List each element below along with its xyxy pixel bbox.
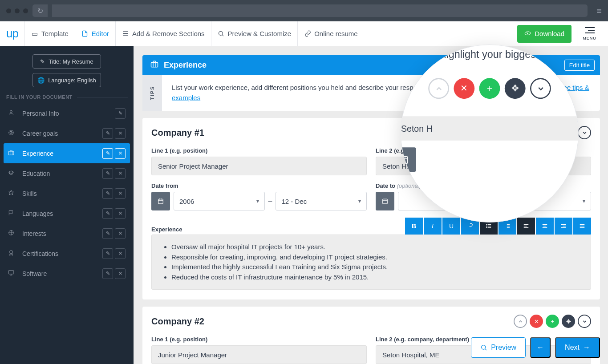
edit-icon[interactable]: ✎ — [102, 148, 113, 159]
preview-button[interactable]: Preview — [471, 337, 526, 358]
delete-icon[interactable]: ✕ — [115, 168, 126, 179]
experience-label: Experience — [151, 226, 182, 233]
calendar-to-button[interactable] — [376, 192, 394, 210]
sidebar: ✎Title: My Resume 🌐Language: English FIL… — [0, 46, 134, 364]
sidebar-item-experience[interactable]: Experience✎✕ — [4, 143, 130, 163]
move-down-button[interactable] — [530, 78, 551, 99]
target-icon — [8, 129, 16, 138]
browser-chrome: ↻ ≡ — [0, 0, 608, 21]
reload-button[interactable]: ↻ — [32, 4, 48, 17]
align-left-button[interactable] — [517, 218, 535, 235]
edit-icon[interactable]: ✎ — [102, 268, 113, 279]
svg-point-1 — [10, 110, 12, 113]
delete-icon[interactable]: ✕ — [115, 248, 126, 259]
edit-title-button[interactable]: Edit title — [564, 60, 595, 71]
nav-editor[interactable]: Editor — [75, 21, 115, 46]
sidebar-item-certifications[interactable]: Certifications✎✕ — [4, 243, 130, 263]
edit-icon[interactable]: ✎ — [102, 228, 113, 239]
sidebar-item-software[interactable]: Software✎✕ — [4, 263, 130, 283]
delete-icon[interactable]: ✕ — [115, 188, 126, 199]
back-button[interactable]: ← — [530, 337, 551, 358]
edit-icon[interactable]: ✎ — [102, 188, 113, 199]
experience-editor[interactable]: Oversaw all major hospital IT projects f… — [151, 235, 591, 290]
add-button[interactable]: ＋ — [479, 78, 500, 99]
line1-label: Line 1 (e.g. position) — [151, 336, 367, 343]
magnifier-overlay: highlight your biggest ✕ ＋ ✥ Seton H — [401, 44, 579, 222]
top-nav: up ▭Template Editor ☰Add & Remove Sectio… — [0, 21, 608, 46]
delete-button[interactable]: ✕ — [530, 315, 543, 328]
delete-button[interactable]: ✕ — [454, 78, 474, 99]
add-button[interactable]: ＋ — [546, 315, 559, 328]
delete-icon[interactable]: ✕ — [115, 148, 126, 159]
edit-icon[interactable]: ✎ — [102, 168, 113, 179]
nav-add-remove[interactable]: ☰Add & Remove Sections — [115, 21, 211, 46]
card-actions — [578, 126, 591, 139]
tips-tab: TIPS — [142, 75, 162, 111]
dot — [15, 8, 20, 13]
move-button[interactable]: ✥ — [562, 315, 575, 328]
edit-icon[interactable]: ✎ — [102, 208, 113, 219]
align-center-button[interactable] — [536, 218, 554, 235]
sidebar-item-education[interactable]: Education✎✕ — [4, 163, 130, 183]
edit-icon[interactable]: ✎ — [102, 128, 113, 139]
dot — [6, 8, 11, 13]
delete-icon[interactable]: ✕ — [115, 128, 126, 139]
next-button[interactable]: Next→ — [555, 337, 600, 358]
align-right-button[interactable] — [555, 218, 572, 235]
nav-template[interactable]: ▭Template — [24, 21, 75, 46]
svg-point-0 — [219, 32, 223, 36]
collapse-button[interactable] — [578, 126, 591, 139]
star-icon — [8, 190, 16, 198]
italic-button[interactable]: I — [424, 218, 442, 235]
move-up-button[interactable] — [428, 78, 449, 99]
svg-point-4 — [11, 132, 11, 133]
sidebar-item-languages[interactable]: Languages✎✕ — [4, 203, 130, 223]
logo[interactable]: up — [6, 27, 18, 40]
main-menu-button[interactable]: MENU — [577, 21, 602, 46]
briefcase-icon — [8, 150, 16, 158]
badge-icon — [8, 250, 16, 258]
bullet-item: Oversaw all major hospital IT projects f… — [171, 242, 582, 252]
language-button[interactable]: 🌐Language: English — [32, 73, 101, 87]
bullet-item: Reduced the costs of IT infrastructure m… — [171, 272, 582, 283]
dot — [23, 8, 28, 13]
bold-button[interactable]: B — [405, 218, 423, 235]
sidebar-item-personal-info[interactable]: Personal Info✎ — [4, 103, 130, 123]
delete-icon[interactable]: ✕ — [115, 208, 126, 219]
underline-button[interactable]: U — [442, 218, 460, 235]
edit-icon[interactable]: ✎ — [115, 108, 126, 119]
monitor-icon — [8, 270, 16, 278]
url-bar[interactable] — [52, 4, 588, 17]
edit-icon[interactable]: ✎ — [102, 248, 113, 259]
sidebar-item-skills[interactable]: Skills✎✕ — [4, 183, 130, 203]
svg-rect-5 — [8, 151, 14, 155]
sidebar-item-career-goals[interactable]: Career goals✎✕ — [4, 123, 130, 143]
preview-icon — [218, 30, 225, 37]
delete-icon[interactable]: ✕ — [115, 268, 126, 279]
pencil-icon: ✎ — [40, 58, 45, 65]
sidebar-item-label: Interests — [22, 230, 96, 237]
nav-preview[interactable]: Preview & Customize — [211, 21, 298, 46]
move-up-button[interactable] — [514, 315, 527, 328]
magnifier-field: Seton H — [401, 116, 579, 141]
sidebar-item-label: Education — [22, 170, 96, 177]
position-input[interactable] — [151, 345, 367, 364]
svg-rect-10 — [158, 199, 163, 204]
sidebar-item-label: Experience — [22, 150, 96, 157]
nav-online-resume[interactable]: Online resume — [297, 21, 364, 46]
line1-label: Line 1 (e.g. position) — [151, 147, 367, 154]
sidebar-item-interests[interactable]: Interests✎✕ — [4, 223, 130, 243]
position-input[interactable] — [151, 157, 367, 175]
month-from-select[interactable]: 12 - Dec — [276, 192, 367, 210]
download-button[interactable]: Download — [517, 25, 572, 43]
sidebar-item-label: Skills — [22, 190, 96, 197]
align-justify-button[interactable] — [573, 218, 591, 235]
calendar-from-button[interactable] — [151, 192, 170, 210]
browser-menu-icon[interactable]: ≡ — [596, 6, 602, 16]
move-button[interactable]: ✥ — [505, 78, 526, 99]
year-from-select[interactable]: 2006 — [174, 192, 265, 210]
move-down-button[interactable] — [578, 315, 591, 328]
title-button[interactable]: ✎Title: My Resume — [32, 54, 101, 69]
delete-icon[interactable]: ✕ — [115, 228, 126, 239]
svg-point-7 — [10, 250, 13, 253]
